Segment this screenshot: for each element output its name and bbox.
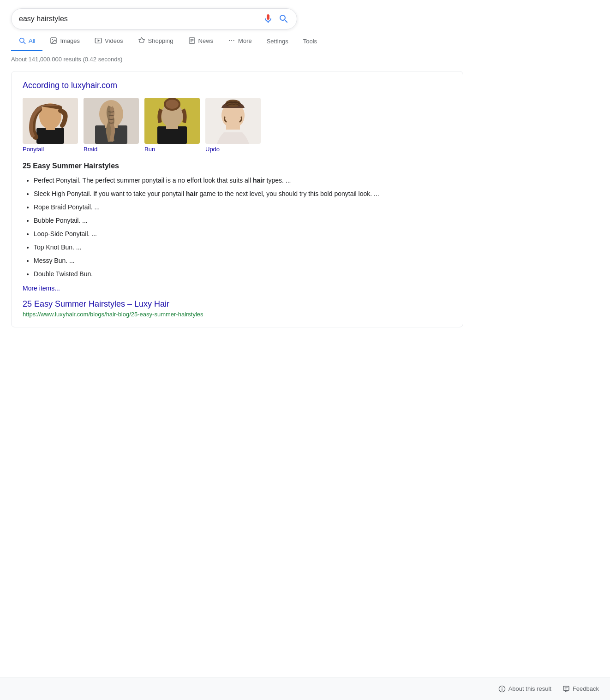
tab-news[interactable]: News	[181, 31, 221, 51]
list-item-bold: hair	[253, 177, 265, 184]
tab-videos-label: Videos	[105, 37, 123, 44]
tab-images[interactable]: Images	[42, 31, 87, 51]
svg-rect-35	[563, 686, 569, 690]
tools-tab[interactable]: Tools	[296, 32, 324, 50]
feedback-icon	[562, 685, 570, 693]
list-item-text: Perfect Ponytail. The perfect summer pon…	[34, 177, 253, 184]
tab-all-label: All	[29, 37, 35, 44]
article-heading: 25 Easy Summer Hairstyles	[23, 162, 452, 170]
svg-point-26	[166, 100, 179, 109]
tab-shopping-label: Shopping	[148, 37, 173, 44]
more-tab-icon	[228, 37, 235, 44]
videos-tab-icon	[95, 37, 102, 44]
svg-line-1	[24, 42, 25, 44]
svg-marker-5	[98, 39, 100, 42]
list-item: Perfect Ponytail. The perfect summer pon…	[34, 176, 452, 185]
hairstyle-image-row: Ponytail Braid	[23, 98, 452, 153]
image-item-updo[interactable]: Updo	[205, 98, 261, 153]
nav-tabs: All Images Videos Shopping News	[0, 31, 610, 51]
footer-bar: About this result Feedback	[0, 677, 610, 700]
svg-point-12	[233, 40, 234, 41]
list-item-bold: hair	[186, 190, 198, 197]
result-url: https://www.luxyhair.com/blogs/hair-blog…	[23, 311, 452, 318]
tab-videos[interactable]: Videos	[87, 31, 131, 51]
feedback-label: Feedback	[573, 685, 599, 692]
list-item-text-after: types. ...	[265, 177, 291, 184]
results-count: About 141,000,000 results (0.42 seconds)	[0, 51, 610, 67]
bun-image	[144, 98, 200, 144]
tab-more[interactable]: More	[221, 31, 259, 51]
updo-image	[205, 98, 261, 144]
list-item: Rope Braid Ponytail. ...	[34, 202, 452, 212]
list-item: Bubble Ponytail. ...	[34, 216, 452, 225]
settings-tools-group: Settings Tools	[259, 32, 324, 50]
search-bar-area: easy hairstyles	[0, 0, 610, 30]
updo-label: Updo	[205, 146, 261, 153]
svg-point-10	[229, 40, 230, 41]
bun-label: Bun	[144, 146, 200, 153]
settings-tab[interactable]: Settings	[259, 32, 296, 50]
search-submit-icon[interactable]	[278, 13, 289, 24]
shopping-tab-icon	[138, 37, 145, 44]
list-item-text: Sleek High Ponytail. If you want to take…	[34, 190, 186, 197]
tab-news-label: News	[198, 37, 214, 44]
svg-rect-14	[36, 128, 64, 144]
images-tab-icon	[50, 37, 57, 44]
more-items-link[interactable]: More items...	[23, 285, 60, 292]
image-item-bun[interactable]: Bun	[144, 98, 200, 153]
about-result-item[interactable]: About this result	[498, 685, 551, 693]
ponytail-label: Ponytail	[23, 146, 78, 153]
source-title[interactable]: According to luxyhair.com	[23, 81, 452, 90]
all-tab-icon	[18, 37, 26, 44]
feedback-item[interactable]: Feedback	[562, 685, 599, 693]
svg-rect-31	[228, 122, 238, 125]
about-result-label: About this result	[508, 685, 551, 692]
list-item: Messy Bun. ...	[34, 256, 452, 266]
news-tab-icon	[188, 37, 196, 44]
tab-shopping[interactable]: Shopping	[131, 31, 181, 51]
about-result-icon	[498, 685, 506, 693]
list-item: Loop-Side Ponytail. ...	[34, 229, 452, 239]
result-link-title[interactable]: 25 Easy Summer Hairstyles – Luxy Hair	[23, 299, 452, 309]
list-item: Sleek High Ponytail. If you want to take…	[34, 189, 452, 199]
svg-point-11	[231, 40, 232, 41]
search-box: easy hairstyles	[11, 8, 297, 30]
list-item-text-after: game to the next level, you should try t…	[198, 190, 379, 197]
list-item: Double Twisted Bun.	[34, 269, 452, 279]
ponytail-image	[23, 98, 78, 144]
tab-images-label: Images	[60, 37, 80, 44]
bullet-list: Perfect Ponytail. The perfect summer pon…	[23, 176, 452, 279]
braid-label: Braid	[84, 146, 139, 153]
image-item-braid[interactable]: Braid	[84, 98, 139, 153]
list-item: Top Knot Bun. ...	[34, 243, 452, 252]
tab-all[interactable]: All	[11, 31, 42, 51]
braid-image	[84, 98, 139, 144]
tab-more-label: More	[238, 37, 252, 44]
search-input[interactable]: easy hairstyles	[19, 15, 258, 23]
svg-point-3	[52, 39, 53, 40]
svg-point-34	[502, 687, 502, 688]
image-item-ponytail[interactable]: Ponytail	[23, 98, 78, 153]
featured-snippet-card: According to luxyhair.com	[11, 71, 463, 327]
mic-icon[interactable]	[263, 13, 274, 24]
